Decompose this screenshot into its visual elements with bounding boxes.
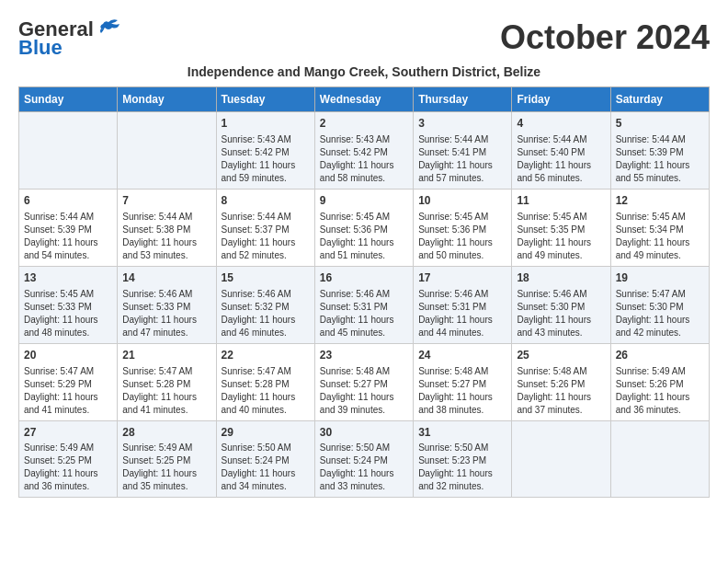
day-detail: Sunrise: 5:45 AM Sunset: 5:36 PM Dayligh… [320,211,408,262]
day-detail: Sunrise: 5:47 AM Sunset: 5:29 PM Dayligh… [24,365,112,417]
calendar-cell: 12Sunrise: 5:45 AM Sunset: 5:34 PM Dayli… [610,190,709,267]
day-detail: Sunrise: 5:47 AM Sunset: 5:28 PM Dayligh… [222,365,310,417]
calendar-cell: 16Sunrise: 5:46 AM Sunset: 5:31 PM Dayli… [314,266,413,343]
day-detail: Sunrise: 5:48 AM Sunset: 5:26 PM Dayligh… [517,365,605,417]
day-detail: Sunrise: 5:50 AM Sunset: 5:24 PM Dayligh… [222,442,310,493]
day-detail: Sunrise: 5:44 AM Sunset: 5:39 PM Dayligh… [24,211,112,262]
calendar-cell: 26Sunrise: 5:49 AM Sunset: 5:26 PM Dayli… [610,343,709,420]
day-detail: Sunrise: 5:45 AM Sunset: 5:35 PM Dayligh… [517,211,605,262]
calendar-cell: 11Sunrise: 5:45 AM Sunset: 5:35 PM Dayli… [512,190,610,267]
day-detail: Sunrise: 5:46 AM Sunset: 5:31 PM Dayligh… [418,288,506,339]
day-number: 19 [616,270,704,286]
calendar-cell [610,420,709,498]
day-detail: Sunrise: 5:44 AM Sunset: 5:37 PM Dayligh… [222,211,310,262]
calendar-cell: 17Sunrise: 5:46 AM Sunset: 5:31 PM Dayli… [414,266,512,343]
day-number: 31 [418,425,506,441]
calendar-cell: 15Sunrise: 5:46 AM Sunset: 5:32 PM Dayli… [216,266,314,343]
day-detail: Sunrise: 5:49 AM Sunset: 5:25 PM Dayligh… [122,442,210,493]
calendar-cell: 4Sunrise: 5:44 AM Sunset: 5:40 PM Daylig… [512,112,610,190]
weekday-header-wednesday: Wednesday [314,87,413,112]
day-detail: Sunrise: 5:43 AM Sunset: 5:42 PM Dayligh… [320,133,408,185]
calendar-cell: 27Sunrise: 5:49 AM Sunset: 5:25 PM Dayli… [19,420,118,498]
day-detail: Sunrise: 5:46 AM Sunset: 5:33 PM Dayligh… [122,288,210,339]
day-number: 30 [320,425,408,441]
day-detail: Sunrise: 5:46 AM Sunset: 5:30 PM Dayligh… [517,288,605,339]
day-detail: Sunrise: 5:48 AM Sunset: 5:27 PM Dayligh… [418,365,506,417]
day-detail: Sunrise: 5:46 AM Sunset: 5:31 PM Dayligh… [320,288,408,339]
day-detail: Sunrise: 5:44 AM Sunset: 5:39 PM Dayligh… [616,133,704,185]
week-row-3: 13Sunrise: 5:45 AM Sunset: 5:33 PM Dayli… [19,266,710,343]
week-row-2: 6Sunrise: 5:44 AM Sunset: 5:39 PM Daylig… [19,190,710,267]
calendar-cell [118,112,216,190]
day-number: 2 [320,116,408,132]
calendar-cell: 18Sunrise: 5:46 AM Sunset: 5:30 PM Dayli… [512,266,610,343]
week-row-4: 20Sunrise: 5:47 AM Sunset: 5:29 PM Dayli… [19,343,710,420]
calendar-table: SundayMondayTuesdayWednesdayThursdayFrid… [18,86,710,498]
calendar-cell: 24Sunrise: 5:48 AM Sunset: 5:27 PM Dayli… [414,343,512,420]
day-number: 13 [24,270,112,286]
day-detail: Sunrise: 5:45 AM Sunset: 5:33 PM Dayligh… [24,288,112,339]
day-number: 16 [320,270,408,286]
day-number: 18 [517,270,605,286]
day-number: 20 [24,348,112,363]
day-number: 28 [122,425,210,441]
month-title: October 2024 [500,18,710,57]
day-number: 3 [418,116,506,132]
day-number: 17 [418,270,506,286]
calendar-cell: 20Sunrise: 5:47 AM Sunset: 5:29 PM Dayli… [19,343,118,420]
calendar-cell [19,112,118,190]
logo-bird-icon [96,18,121,39]
calendar-cell: 14Sunrise: 5:46 AM Sunset: 5:33 PM Dayli… [118,266,216,343]
day-number: 9 [320,193,408,209]
day-detail: Sunrise: 5:47 AM Sunset: 5:28 PM Dayligh… [122,365,210,417]
week-row-5: 27Sunrise: 5:49 AM Sunset: 5:25 PM Dayli… [19,420,710,498]
day-detail: Sunrise: 5:44 AM Sunset: 5:41 PM Dayligh… [418,133,506,185]
calendar-cell: 6Sunrise: 5:44 AM Sunset: 5:39 PM Daylig… [19,190,118,267]
calendar-cell: 19Sunrise: 5:47 AM Sunset: 5:30 PM Dayli… [610,266,709,343]
day-number: 27 [24,425,112,441]
calendar-cell: 13Sunrise: 5:45 AM Sunset: 5:33 PM Dayli… [19,266,118,343]
calendar-cell: 30Sunrise: 5:50 AM Sunset: 5:24 PM Dayli… [314,420,413,498]
calendar-cell: 28Sunrise: 5:49 AM Sunset: 5:25 PM Dayli… [118,420,216,498]
day-detail: Sunrise: 5:47 AM Sunset: 5:30 PM Dayligh… [616,288,704,339]
day-detail: Sunrise: 5:43 AM Sunset: 5:42 PM Dayligh… [222,133,310,185]
day-number: 4 [517,116,605,132]
calendar-cell: 22Sunrise: 5:47 AM Sunset: 5:28 PM Dayli… [216,343,314,420]
weekday-header-saturday: Saturday [610,87,709,112]
calendar-cell: 7Sunrise: 5:44 AM Sunset: 5:38 PM Daylig… [118,190,216,267]
calendar-cell: 25Sunrise: 5:48 AM Sunset: 5:26 PM Dayli… [512,343,610,420]
calendar-cell: 8Sunrise: 5:44 AM Sunset: 5:37 PM Daylig… [216,190,314,267]
weekday-header-friday: Friday [512,87,610,112]
day-number: 29 [222,425,310,441]
weekday-header-sunday: Sunday [19,87,118,112]
day-number: 11 [517,193,605,209]
day-number: 8 [222,193,310,209]
day-detail: Sunrise: 5:46 AM Sunset: 5:32 PM Dayligh… [222,288,310,339]
day-detail: Sunrise: 5:49 AM Sunset: 5:26 PM Dayligh… [616,365,704,417]
day-number: 25 [517,348,605,363]
day-detail: Sunrise: 5:45 AM Sunset: 5:36 PM Dayligh… [418,211,506,262]
day-number: 22 [222,348,310,363]
calendar-cell: 9Sunrise: 5:45 AM Sunset: 5:36 PM Daylig… [314,190,413,267]
calendar-cell: 21Sunrise: 5:47 AM Sunset: 5:28 PM Dayli… [118,343,216,420]
day-number: 1 [222,116,310,132]
day-detail: Sunrise: 5:49 AM Sunset: 5:25 PM Dayligh… [24,442,112,493]
weekday-header-thursday: Thursday [414,87,512,112]
calendar-cell: 10Sunrise: 5:45 AM Sunset: 5:36 PM Dayli… [414,190,512,267]
day-number: 14 [122,270,210,286]
day-number: 6 [24,193,112,209]
day-number: 12 [616,193,704,209]
weekday-header-tuesday: Tuesday [216,87,314,112]
logo-blue-text: Blue [18,37,63,59]
day-detail: Sunrise: 5:45 AM Sunset: 5:34 PM Dayligh… [616,211,704,262]
calendar-cell: 31Sunrise: 5:50 AM Sunset: 5:23 PM Dayli… [414,420,512,498]
day-detail: Sunrise: 5:44 AM Sunset: 5:38 PM Dayligh… [122,211,210,262]
calendar-cell: 3Sunrise: 5:44 AM Sunset: 5:41 PM Daylig… [414,112,512,190]
calendar-cell [512,420,610,498]
weekday-header-row: SundayMondayTuesdayWednesdayThursdayFrid… [19,87,710,112]
day-number: 15 [222,270,310,286]
week-row-1: 1Sunrise: 5:43 AM Sunset: 5:42 PM Daylig… [19,112,710,190]
header: General Blue October 2024 [18,18,710,59]
day-number: 26 [616,348,704,363]
day-number: 7 [122,193,210,209]
